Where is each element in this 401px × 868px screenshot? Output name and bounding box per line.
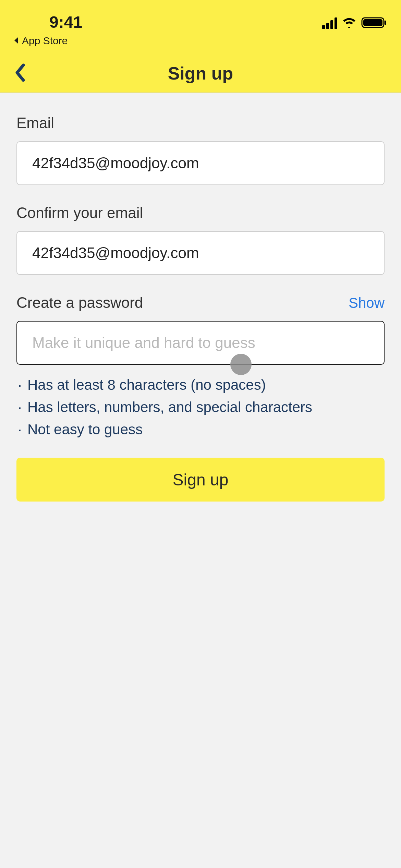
breadcrumb-bar: App Store (0, 34, 401, 54)
cellular-signal-icon (322, 17, 337, 29)
password-requirement-item: ·Not easy to guess (16, 418, 385, 441)
chevron-left-icon (14, 63, 26, 82)
password-requirement-item: ·Has letters, numbers, and special chara… (16, 396, 385, 418)
confirm-email-field-group: Confirm your email (16, 204, 385, 275)
svg-rect-2 (385, 21, 386, 25)
signup-button[interactable]: Sign up (16, 458, 385, 502)
back-button[interactable] (14, 63, 26, 84)
show-password-button[interactable]: Show (349, 295, 385, 311)
password-input[interactable] (16, 321, 385, 365)
email-input[interactable] (16, 141, 385, 185)
breadcrumb-back-icon (13, 35, 19, 47)
status-bar: 9:41 (0, 0, 401, 34)
svg-rect-1 (363, 19, 382, 26)
confirm-email-label: Confirm your email (16, 204, 385, 221)
confirm-email-input[interactable] (16, 231, 385, 275)
page-title: Sign up (0, 63, 401, 84)
breadcrumb-label: App Store (22, 35, 68, 47)
password-requirement-item: ·Has at least 8 characters (no spaces) (16, 374, 385, 396)
battery-icon (361, 16, 387, 30)
status-time: 9:41 (16, 13, 82, 32)
email-label: Email (16, 114, 385, 132)
nav-bar: Sign up (0, 54, 401, 93)
password-field-group: Create a password Show (16, 294, 385, 365)
password-requirements: ·Has at least 8 characters (no spaces) ·… (16, 374, 385, 441)
password-label: Create a password (16, 294, 143, 311)
email-field-group: Email (16, 114, 385, 185)
signup-form: Email Confirm your email Create a passwo… (0, 93, 401, 502)
status-icons (322, 16, 387, 32)
breadcrumb-back-to-app-store[interactable]: App Store (13, 35, 68, 47)
wifi-icon (342, 17, 356, 29)
